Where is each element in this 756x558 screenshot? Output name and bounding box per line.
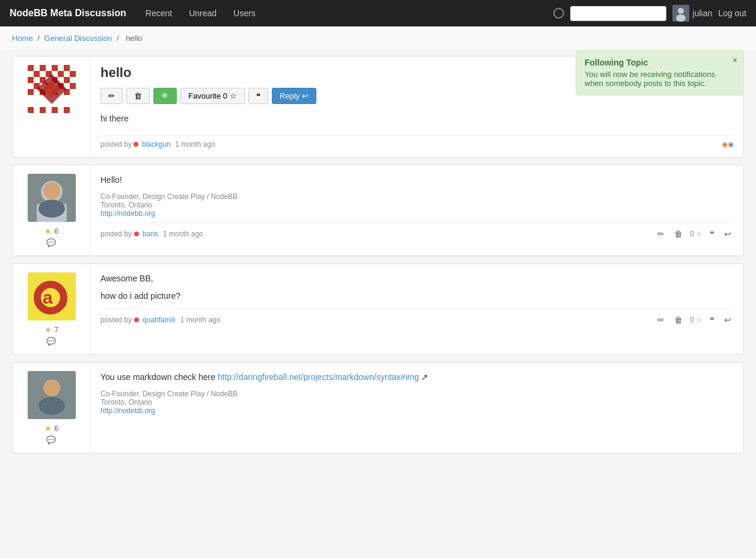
breadcrumb-sep1: /	[37, 34, 41, 43]
reply-1-meta: Co-Founder, Design Create Play / NodeBB …	[100, 192, 734, 218]
reply-1-reply-btn[interactable]: ↩	[722, 228, 734, 240]
comment-icon-3: 💬	[46, 435, 56, 444]
svg-rect-40	[40, 107, 46, 113]
reply-1-author[interactable]: baris	[143, 230, 158, 238]
svg-rect-5	[34, 65, 40, 71]
star-icon-3: ★	[45, 424, 52, 433]
reply-1-meta-link[interactable]: http://nodebb.org	[100, 209, 155, 218]
reply-3-star-count: 6	[54, 424, 58, 433]
author-avatar	[28, 65, 76, 113]
svg-rect-6	[40, 65, 46, 71]
toast-title: Following Topic	[585, 58, 725, 67]
online-dot	[134, 231, 139, 236]
reply-1-content: Hello! Co-Founder, Design Create Play / …	[91, 165, 743, 256]
svg-rect-20	[28, 77, 34, 83]
reply-3-stats: ★ 6 💬	[45, 424, 58, 444]
quote-button[interactable]: ❝	[248, 88, 268, 104]
svg-point-2	[676, 14, 686, 22]
post-body-text: hi there	[100, 114, 129, 123]
svg-rect-14	[40, 71, 46, 77]
favourite-label: Favourite 0	[188, 91, 227, 100]
reply-2-quote-btn[interactable]: ❝	[707, 314, 717, 326]
reply-2-footer-right: ✏ 🗑 0 ☆ ❝ ↩	[655, 314, 734, 326]
svg-rect-44	[64, 107, 70, 113]
posted-by-label: posted by	[100, 140, 132, 149]
breadcrumb-category[interactable]: General Discussion	[45, 34, 112, 43]
navbar-brand: NodeBB Meta Discussion	[10, 8, 126, 19]
post-footer-left: posted by blackgun 1 month ago	[100, 140, 215, 149]
avatar-image	[28, 65, 76, 113]
nav-unread[interactable]: Unread	[182, 6, 224, 20]
reply-1-footer-left: posted by baris 1 month ago	[100, 230, 203, 238]
reply-2-reply-btn[interactable]: ↩	[722, 314, 734, 326]
quote-icon: ❝	[256, 91, 260, 100]
reply-3-meta-line2: Toronto, Ontario	[100, 398, 734, 406]
post-time: 1 month ago	[175, 140, 215, 149]
logout-button[interactable]: Log out	[718, 8, 746, 18]
post-footer: posted by blackgun 1 month ago ◉	[100, 135, 734, 149]
favourite-button[interactable]: Favourite 0 ☆	[180, 88, 245, 104]
user-avatar[interactable]	[672, 5, 689, 22]
reply-1-footer-right: ✏ 🗑 0 ☆ ❝ ↩	[655, 228, 734, 240]
reply-2-footer: posted by quahfamili 1 month ago ✏ 🗑 0 ☆…	[100, 308, 734, 326]
search-input[interactable]	[570, 6, 666, 21]
reply-2-fav-count: 0 ☆	[690, 316, 702, 324]
reply-2-star-stat: ★ 7	[45, 325, 58, 334]
breadcrumb-home[interactable]: Home	[12, 34, 33, 43]
svg-rect-43	[58, 107, 64, 113]
edit-button[interactable]: ✏	[100, 88, 123, 104]
reply-1-meta-line2: Toronto, Ontario	[100, 201, 734, 209]
reply-2-time: 1 month ago	[180, 316, 221, 324]
navbar-user: julian	[672, 5, 713, 22]
reply-1-star-count: 6	[54, 227, 58, 236]
svg-rect-17	[58, 71, 64, 77]
star-icon: ☆	[230, 91, 237, 100]
reply-1-edit-btn[interactable]: ✏	[655, 228, 667, 240]
svg-rect-32	[28, 89, 34, 95]
reply-1-comment-stat: 💬	[46, 238, 56, 247]
svg-rect-31	[70, 83, 76, 89]
post-author-sidebar	[13, 57, 91, 157]
watch-button[interactable]: 👁	[153, 88, 177, 104]
reply-3-sidebar: ★ 6 💬	[13, 363, 91, 453]
reply-2-footer-left: posted by quahfamili 1 month ago	[100, 316, 220, 324]
svg-rect-42	[52, 107, 58, 113]
rss-icon[interactable]: ◉	[722, 140, 734, 149]
reply-2-content: Awesome BB, how do i add picture? posted…	[91, 264, 743, 354]
delete-button[interactable]: 🗑	[126, 88, 150, 104]
post-body: hi there	[100, 112, 734, 125]
svg-rect-53	[59, 301, 66, 306]
reply-3-meta-link[interactable]: http://nodebb.org	[100, 406, 155, 415]
reply-1-time: 1 month ago	[163, 230, 203, 238]
main-content: Following Topic You will now be receivin…	[0, 50, 756, 467]
svg-rect-45	[70, 107, 76, 113]
reply-1-quote-btn[interactable]: ❝	[707, 228, 717, 240]
reply-1-fav-count: 0 ☆	[690, 230, 702, 238]
nav-recent[interactable]: Recent	[138, 6, 179, 20]
reply-1-sidebar: ★ 6 💬	[13, 165, 91, 256]
reply-1-stats: ★ 6 💬	[45, 227, 58, 247]
reply-1-meta-line1: Co-Founder, Design Create Play / NodeBB	[100, 192, 734, 201]
reply-1-body: Hello!	[100, 174, 734, 186]
reply-1-delete-btn[interactable]: 🗑	[672, 228, 685, 240]
svg-rect-4	[28, 65, 34, 71]
reply-2-author[interactable]: quahfamili	[143, 316, 176, 324]
nav-users[interactable]: Users	[226, 6, 263, 20]
reply-2-delete-btn[interactable]: 🗑	[672, 314, 685, 326]
reply-2-edit-btn[interactable]: ✏	[655, 314, 667, 326]
online-dot-2	[134, 317, 139, 322]
reply-button[interactable]: Reply ↩	[272, 88, 316, 104]
svg-rect-9	[58, 65, 64, 71]
reply-2-body: Awesome BB, how do i add picture?	[100, 272, 734, 302]
svg-rect-38	[28, 107, 34, 113]
svg-point-50	[38, 200, 65, 218]
toast-close-button[interactable]: ×	[733, 55, 737, 65]
markdown-link[interactable]: http://daringfireball.net/projects/markd…	[218, 372, 419, 382]
svg-point-1	[678, 8, 684, 14]
svg-rect-19	[70, 71, 76, 77]
svg-point-56	[43, 379, 60, 396]
svg-rect-8	[52, 65, 58, 71]
pencil-icon: ✏	[108, 91, 115, 100]
search-icon	[553, 8, 564, 19]
post-author-link[interactable]: blackgun	[142, 140, 171, 149]
